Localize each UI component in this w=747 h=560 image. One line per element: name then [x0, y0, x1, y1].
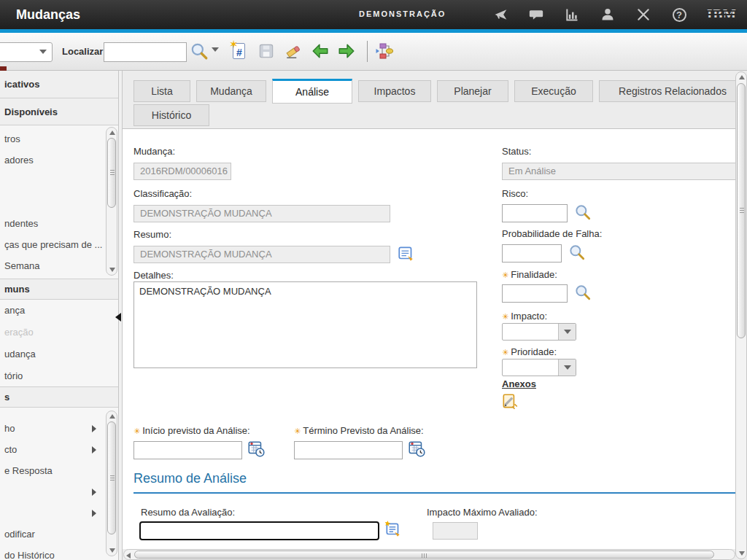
main-content: Lista Mudança Análise Impactos Planejar … [123, 71, 747, 560]
long-description-icon[interactable] [397, 244, 416, 263]
required-icon: ✳ [294, 427, 301, 435]
scroll-down-icon[interactable] [109, 548, 115, 553]
avaliacao-input[interactable] [139, 521, 379, 540]
inicio-label: ✳Início previsto da Análise: [133, 425, 250, 436]
chevron-down-icon[interactable] [558, 324, 576, 340]
bar-chart-icon[interactable] [564, 7, 580, 23]
new-record-icon[interactable]: # ✶ [228, 40, 249, 62]
tab-execucao[interactable]: Execução [514, 80, 593, 102]
tab-analise[interactable]: Análise [272, 79, 352, 104]
sidebar-section-disponiveis[interactable]: Disponíveis [0, 98, 118, 125]
next-record-icon[interactable] [336, 40, 357, 62]
sidebar-item-query[interactable]: adores [0, 149, 118, 171]
tab-registros-relacionados[interactable]: Registros Relacionados [599, 80, 746, 102]
prioridade-select[interactable] [502, 359, 576, 376]
scroll-thumb[interactable] [107, 421, 116, 534]
tab-impactos[interactable]: Impactos [358, 80, 431, 102]
scroll-thumb[interactable] [737, 83, 746, 338]
probabilidade-label: Probabilidade de Falha: [502, 228, 602, 239]
sidebar-item-query[interactable]: Semana [0, 255, 118, 276]
required-icon: ✳ [502, 312, 508, 321]
termino-datetime-icon[interactable] [407, 439, 426, 458]
environment-label: DEMONSTRAÇÃO [359, 9, 446, 18]
search-input[interactable] [104, 42, 187, 62]
impacto-label: ✳Impacto: [502, 311, 547, 322]
main-vertical-scrollbar[interactable] [735, 71, 747, 559]
inicio-datetime-icon[interactable] [247, 439, 266, 458]
tab-lista[interactable]: Lista [133, 80, 190, 102]
status-label: Status: [502, 146, 531, 157]
sidebar-action[interactable]: cto [0, 439, 118, 460]
tab-planejar[interactable]: Planejar [437, 80, 508, 102]
submenu-arrow-icon [92, 510, 96, 517]
search-dropdown-icon[interactable] [212, 47, 219, 52]
probabilidade-input[interactable] [502, 244, 562, 262]
sidebar-action-disabled: eração [0, 322, 118, 343]
finalidade-lookup-icon[interactable] [573, 283, 592, 302]
sidebar-query-list: tros adores ndentes ças que precisam de … [0, 125, 118, 279]
scroll-thumb[interactable] [107, 138, 116, 208]
scroll-left-icon[interactable] [126, 553, 131, 559]
scroll-down-icon[interactable] [739, 551, 745, 556]
status-field: Em Análise [502, 163, 736, 180]
clear-changes-icon[interactable] [283, 40, 305, 62]
workflow-icon[interactable] [374, 40, 395, 62]
resumo-field: DEMONSTRAÇÃO MUDANÇA [133, 246, 390, 263]
previous-record-icon[interactable] [309, 40, 331, 62]
chevron-down-icon[interactable] [558, 359, 576, 376]
detalhes-textarea[interactable]: DEMONSTRAÇÃO MUDANÇA [133, 281, 477, 368]
anexos-link[interactable]: Anexos [502, 378, 536, 389]
sidebar-scrollbar-bottom[interactable] [106, 411, 117, 556]
sidebar-item-query[interactable]: ndentes [0, 213, 118, 234]
sidebar-section-mais-acoes[interactable]: s [0, 386, 118, 408]
submenu-arrow-icon [92, 489, 96, 496]
search-icon[interactable] [188, 40, 210, 62]
sidebar-action[interactable]: odificar [0, 524, 118, 545]
toolbar: Localizar: # ✶ [0, 33, 747, 71]
sidebar-action[interactable]: udança [0, 343, 118, 365]
tab-mudanca[interactable]: Mudança [196, 80, 266, 102]
sidebar-action[interactable]: ança [0, 300, 118, 322]
tab-historico[interactable]: Histórico [133, 104, 209, 126]
sidebar-item-query[interactable]: tros [0, 128, 118, 149]
collapse-sidebar-icon[interactable] [115, 313, 121, 322]
close-icon[interactable] [635, 7, 651, 23]
sidebar-action[interactable] [0, 481, 118, 502]
inicio-input[interactable] [133, 441, 242, 459]
sidebar-action[interactable]: ho [0, 418, 118, 439]
termino-input[interactable] [294, 441, 403, 459]
mudanca-field: 2016RDM/00006016 [133, 163, 231, 180]
help-glyph: ? [673, 8, 686, 22]
avaliacao-long-description-icon[interactable] [384, 520, 403, 539]
required-icon: ✳ [502, 348, 508, 357]
sidebar-action[interactable]: do Histórico [0, 545, 118, 560]
sidebar-section-aplicativos[interactable]: icativos [0, 71, 118, 98]
sidebar-section-comuns[interactable]: muns [0, 279, 118, 300]
sidebar-action[interactable]: tório [0, 365, 118, 387]
risco-lookup-icon[interactable] [573, 203, 592, 222]
scroll-down-icon[interactable] [109, 268, 115, 272]
finalidade-input[interactable] [502, 284, 568, 303]
probabilidade-lookup-icon[interactable] [568, 243, 587, 262]
impacto-select[interactable] [502, 323, 576, 341]
sidebar-action[interactable] [0, 502, 118, 524]
query-select[interactable] [0, 42, 53, 62]
sidebar-item-query[interactable]: ças que precisam de ... [0, 234, 118, 255]
anexos-edit-icon[interactable] [500, 392, 519, 411]
scroll-thumb[interactable] [134, 551, 714, 559]
help-icon[interactable]: ? [671, 7, 687, 23]
sidebar-common-actions: ança eração udança tório [0, 300, 118, 386]
save-icon[interactable] [255, 40, 277, 62]
user-icon[interactable] [600, 7, 616, 23]
sidebar-action[interactable]: e Resposta [0, 460, 118, 481]
ibm-logo: IBM [707, 7, 737, 22]
scroll-up-icon[interactable] [109, 414, 115, 419]
submenu-arrow-icon [92, 425, 96, 432]
announcement-icon[interactable] [492, 7, 508, 23]
chat-icon[interactable] [528, 7, 544, 23]
main-horizontal-scrollbar[interactable] [123, 549, 735, 560]
scroll-up-icon[interactable] [109, 131, 115, 135]
risco-input[interactable] [502, 204, 568, 222]
sidebar-scrollbar-top[interactable] [106, 127, 117, 276]
scroll-up-icon[interactable] [739, 75, 745, 79]
